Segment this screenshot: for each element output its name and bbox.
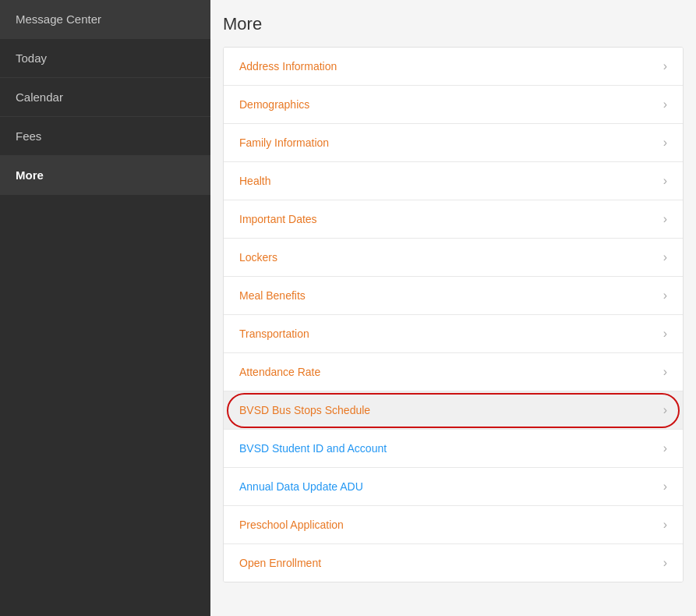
main-content: More Address Information›Demographics›Fa…	[210, 0, 696, 616]
menu-item-label-transportation: Transportation	[239, 327, 309, 340]
sidebar-item-message-center[interactable]: Message Center	[0, 0, 210, 39]
menu-item-label-bvsd-bus-stops: BVSD Bus Stops Schedule	[239, 404, 370, 416]
menu-item-label-preschool-application: Preschool Application	[239, 519, 344, 531]
menu-item-lockers[interactable]: Lockers›	[224, 239, 683, 277]
page-title: More	[223, 14, 684, 34]
menu-item-label-annual-data-update: Annual Data Update ADU	[239, 480, 363, 493]
menu-item-label-health: Health	[239, 175, 270, 187]
sidebar-item-today[interactable]: Today	[0, 39, 210, 78]
chevron-right-icon: ›	[663, 136, 667, 150]
menu-item-attendance-rate[interactable]: Attendance Rate›	[224, 353, 683, 391]
menu-item-transportation[interactable]: Transportation›	[224, 315, 683, 353]
sidebar-item-fees[interactable]: Fees	[0, 117, 210, 156]
chevron-right-icon: ›	[663, 327, 667, 341]
menu-item-health[interactable]: Health›	[224, 162, 683, 200]
oval-highlight-container: BVSD Bus Stops Schedule›	[224, 391, 683, 430]
sidebar-item-calendar[interactable]: Calendar	[0, 78, 210, 117]
menu-item-demographics[interactable]: Demographics›	[224, 86, 683, 124]
menu-item-label-attendance-rate: Attendance Rate	[239, 366, 320, 378]
chevron-right-icon: ›	[663, 97, 667, 112]
sidebar-item-more[interactable]: More	[0, 156, 210, 195]
menu-item-family-information[interactable]: Family Information›	[224, 124, 683, 162]
chevron-right-icon: ›	[663, 403, 667, 417]
sidebar: Message CenterTodayCalendarFeesMore	[0, 0, 210, 616]
chevron-right-icon: ›	[663, 250, 667, 264]
menu-item-label-family-information: Family Information	[239, 136, 329, 149]
chevron-right-icon: ›	[663, 365, 667, 379]
menu-item-bvsd-bus-stops[interactable]: BVSD Bus Stops Schedule›	[224, 391, 683, 430]
menu-item-label-meal-benefits: Meal Benefits	[239, 289, 306, 302]
chevron-right-icon: ›	[663, 289, 667, 303]
menu-item-bvsd-student-id[interactable]: BVSD Student ID and Account›	[224, 430, 683, 468]
menu-item-label-bvsd-student-id: BVSD Student ID and Account	[239, 442, 387, 455]
menu-item-address-information[interactable]: Address Information›	[224, 48, 683, 86]
menu-item-label-important-dates: Important Dates	[239, 213, 317, 225]
menu-item-label-open-enrollment: Open Enrollment	[239, 557, 321, 569]
menu-item-annual-data-update[interactable]: Annual Data Update ADU›	[224, 468, 683, 506]
chevron-right-icon: ›	[663, 441, 667, 455]
menu-list: Address Information›Demographics›Family …	[223, 47, 684, 582]
menu-item-label-lockers: Lockers	[239, 251, 277, 264]
chevron-right-icon: ›	[663, 174, 667, 188]
chevron-right-icon: ›	[663, 212, 667, 226]
menu-item-important-dates[interactable]: Important Dates›	[224, 200, 683, 239]
chevron-right-icon: ›	[663, 59, 667, 73]
menu-item-preschool-application[interactable]: Preschool Application›	[224, 506, 683, 544]
menu-item-meal-benefits[interactable]: Meal Benefits›	[224, 277, 683, 315]
chevron-right-icon: ›	[663, 518, 667, 532]
chevron-right-icon: ›	[663, 556, 667, 570]
menu-item-label-demographics: Demographics	[239, 98, 309, 111]
menu-item-open-enrollment[interactable]: Open Enrollment›	[224, 544, 683, 582]
menu-item-label-address-information: Address Information	[239, 60, 337, 73]
chevron-right-icon: ›	[663, 480, 667, 494]
